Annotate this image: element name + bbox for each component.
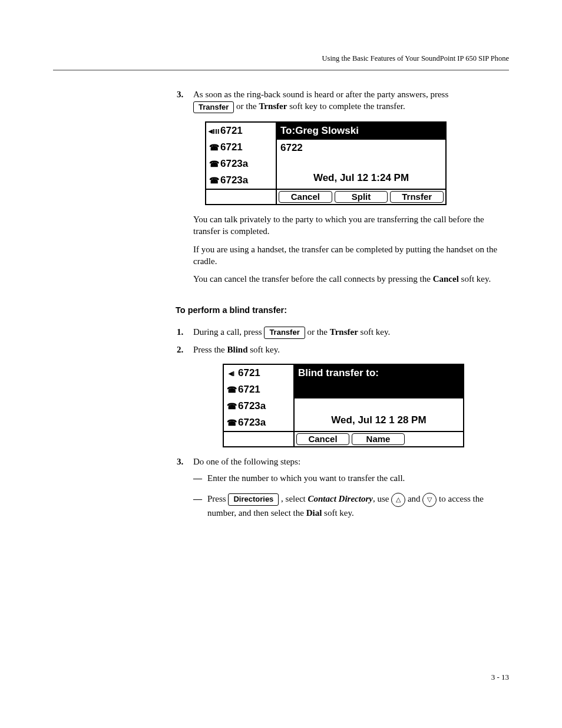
phone-icon: ☎ (209, 142, 219, 153)
line-label: 6723a (238, 416, 266, 430)
line-keys-column: ◂ı6721 ☎6721 ☎6723a ☎6723a (224, 365, 295, 431)
step-3: 3. As soon as the ring-back sound is hea… (177, 88, 509, 113)
text: , select (281, 494, 308, 503)
screen-number: 6722 (277, 140, 445, 156)
phone-icon: ☎ (226, 417, 237, 429)
down-arrow-key: ▽ (422, 493, 437, 507)
softkey-name: Trnsfer (259, 101, 287, 111)
line-label: 6723a (238, 400, 266, 413)
page-number: 3 - 13 (491, 673, 509, 682)
softkey-cancel: Cancel (296, 433, 349, 445)
line-key-1: ◂ı6721 (224, 365, 293, 381)
substep-body: Press Directories , select Contact Direc… (207, 493, 509, 519)
softkey-name: Dial (306, 508, 322, 518)
text: and (408, 494, 422, 503)
text: soft key. (322, 508, 353, 518)
line-label: 6721 (238, 367, 260, 380)
text: soft key. (459, 274, 491, 284)
text: soft key to complete the transfer. (287, 101, 405, 111)
paragraph: You can talk privately to the party to w… (193, 213, 509, 238)
softkey-row: Cancel Split Trnsfer (277, 190, 445, 204)
up-arrow-key: △ (391, 493, 405, 507)
step-number: 3. (177, 88, 193, 113)
text: As soon as the ring-back sound is heard … (193, 90, 448, 99)
line-label: 6723a (220, 157, 248, 171)
softkey-cancel: Cancel (279, 191, 332, 203)
line-label: 6721 (238, 383, 260, 397)
transfer-hardkey: Transfer (193, 101, 234, 114)
header-rule (53, 70, 509, 71)
phone-icon: ☎ (226, 384, 237, 396)
text: soft key. (358, 327, 390, 337)
screen-main: To:Greg Slowski 6722 Wed, Jul 12 1:24 PM (277, 123, 445, 189)
substep-body: Enter the number to which you want to tr… (207, 472, 405, 484)
section-heading: To perform a blind transfer: (176, 305, 509, 317)
dash-bullet: — (193, 493, 207, 519)
line-key-3: ☎6723a (224, 398, 293, 414)
line-key-1: ◂ııı6721 (206, 123, 276, 139)
line-key-4: ☎6723a (224, 414, 293, 431)
text: or the (236, 101, 259, 111)
line-key-4: ☎6723a (206, 172, 276, 189)
line-label: 6721 (220, 124, 243, 138)
line-keys-column: ◂ııı6721 ☎6721 ☎6723a ☎6723a (206, 123, 277, 189)
softkey-name-sk: Name (352, 433, 405, 445)
text: Press (207, 494, 228, 503)
step-body: Press the Blind soft key. (193, 344, 509, 355)
blind-step-1: 1. During a call, press Transfer or the … (177, 326, 509, 339)
running-header: Using the Basic Features of Your SoundPo… (322, 54, 510, 63)
phone-screen-1: ◂ııı6721 ☎6721 ☎6723a ☎6723a To:Greg Slo… (205, 121, 447, 205)
phone-icon: ☎ (209, 175, 219, 186)
line-key-3: ☎6723a (206, 156, 276, 172)
text: You can cancel the transfer before the c… (193, 274, 433, 284)
screen-datetime: Wed, Jul 12 1 28 PM (295, 411, 463, 431)
screen-title-blank (295, 382, 463, 398)
line-key-2: ☎6721 (224, 381, 293, 398)
softkey-trnsfer: Trnsfer (390, 191, 444, 203)
speaker-icon: ◂ııı (209, 126, 219, 137)
text: , use (373, 494, 391, 503)
substep-a: — Enter the number to which you want to … (193, 472, 509, 484)
screen-title: Blind transfer to: (295, 365, 463, 382)
text: or the (307, 327, 329, 337)
text: Press the (193, 345, 227, 354)
step-body: During a call, press Transfer or the Trn… (193, 326, 509, 339)
softkey-name: Blind (227, 345, 248, 354)
softkey-split: Split (335, 191, 388, 203)
phone-icon: ☎ (209, 159, 219, 170)
step-number: 2. (177, 344, 193, 355)
screen-main: Blind transfer to: Wed, Jul 12 1 28 PM (295, 365, 463, 431)
paragraph: If you are using a handset, the transfer… (193, 243, 509, 268)
screen-datetime: Wed, Jul 12 1:24 PM (277, 169, 445, 189)
speaker-icon: ◂ı (226, 368, 237, 379)
softkey-name: Trnsfer (330, 327, 358, 337)
substep-b: — Press Directories , select Contact Dir… (193, 493, 509, 519)
transfer-hardkey: Transfer (264, 327, 305, 339)
softkey-row: Cancel Name (295, 432, 463, 446)
page-content: 3. As soon as the ring-back sound is hea… (177, 88, 509, 519)
blind-step-2: 2. Press the Blind soft key. (177, 344, 509, 355)
line-label: 6723a (220, 174, 248, 187)
screen-title: To:Greg Slowski (277, 123, 445, 140)
step-number: 3. (177, 456, 193, 467)
step-number: 1. (177, 326, 193, 339)
step-body: As soon as the ring-back sound is heard … (193, 88, 509, 113)
phone-icon: ☎ (226, 401, 237, 412)
line-label: 6721 (220, 141, 243, 154)
paragraph: You can cancel the transfer before the c… (193, 273, 509, 285)
text: soft key. (248, 345, 280, 354)
dash-bullet: — (193, 472, 207, 484)
blind-step-3: 3. Do one of the following steps: (177, 456, 509, 467)
line-key-2: ☎6721 (206, 139, 276, 156)
directories-hardkey: Directories (228, 493, 279, 506)
menu-item: Contact Directory (308, 494, 373, 503)
text: Do one of the following steps: (193, 457, 300, 466)
text: During a call, press (193, 327, 264, 337)
phone-screen-2: ◂ı6721 ☎6721 ☎6723a ☎6723a Blind transfe… (223, 364, 464, 447)
step-body: Do one of the following steps: (193, 456, 509, 467)
softkey-name: Cancel (433, 274, 459, 284)
